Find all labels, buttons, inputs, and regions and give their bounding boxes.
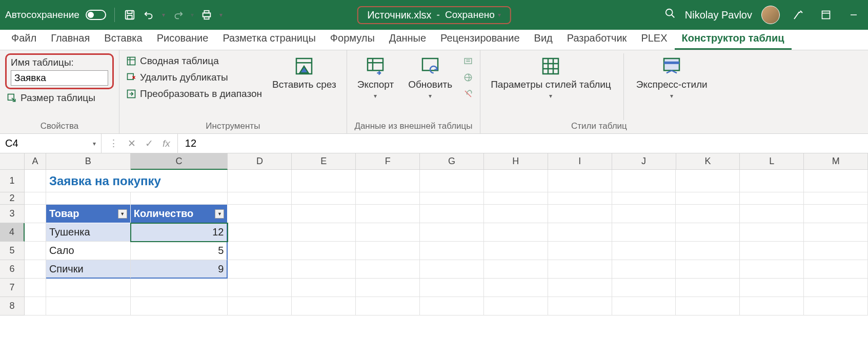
- cell-A4[interactable]: [25, 223, 46, 242]
- formula-input[interactable]: 12: [178, 137, 868, 149]
- cell-C6[interactable]: 9: [131, 260, 228, 279]
- cell-J6[interactable]: [612, 260, 676, 279]
- cell-D7[interactable]: [228, 279, 292, 297]
- cell-A8[interactable]: [25, 297, 46, 315]
- fb-dropdown-icon[interactable]: ⋮: [109, 137, 118, 149]
- row-header-7[interactable]: 7: [0, 279, 25, 297]
- cell-J3[interactable]: [612, 205, 676, 223]
- username[interactable]: Nikolay Pavlov: [685, 9, 752, 21]
- cell-K7[interactable]: [676, 279, 740, 297]
- cell-J4[interactable]: [612, 223, 676, 242]
- enter-icon[interactable]: ✓: [145, 137, 153, 149]
- row-header-6[interactable]: 6: [0, 260, 25, 279]
- cell-B7[interactable]: [46, 279, 131, 297]
- cell-A5[interactable]: [25, 242, 46, 260]
- cell-C4[interactable]: 12: [131, 223, 228, 242]
- row-header-1[interactable]: 1: [0, 170, 25, 192]
- style-options-button[interactable]: Параметры стилей таблиц ▾: [486, 53, 616, 102]
- row-header-3[interactable]: 3: [0, 205, 25, 223]
- redo-dropdown[interactable]: ▾: [191, 11, 194, 18]
- cell-D3[interactable]: [228, 205, 292, 223]
- cell-G1[interactable]: [420, 170, 484, 192]
- cell-K8[interactable]: [676, 297, 740, 315]
- cell-C7[interactable]: [131, 279, 228, 297]
- cell-B5[interactable]: Сало: [46, 242, 131, 260]
- cell-G2[interactable]: [420, 192, 484, 205]
- cell-H1[interactable]: [484, 170, 548, 192]
- cell-F2[interactable]: [356, 192, 420, 205]
- cell-M2[interactable]: [804, 192, 868, 205]
- col-header-F[interactable]: F: [356, 153, 420, 170]
- row-header-8[interactable]: 8: [0, 297, 25, 315]
- cell-G7[interactable]: [420, 279, 484, 297]
- ribbon-display-icon[interactable]: [817, 6, 835, 24]
- cell-J1[interactable]: [612, 170, 676, 192]
- filter-icon[interactable]: ▼: [215, 209, 224, 219]
- cell-M4[interactable]: [804, 223, 868, 242]
- col-header-B[interactable]: B: [46, 153, 131, 170]
- cell-K5[interactable]: [676, 242, 740, 260]
- tab-review[interactable]: Рецензирование: [433, 28, 527, 50]
- tab-draw[interactable]: Рисование: [150, 28, 216, 50]
- cell-J2[interactable]: [612, 192, 676, 205]
- col-header-M[interactable]: M: [804, 153, 868, 170]
- export-button[interactable]: Экспорт ▾: [352, 53, 399, 102]
- unlink-button[interactable]: [461, 86, 475, 102]
- col-header-G[interactable]: G: [420, 153, 484, 170]
- cell-I4[interactable]: [548, 223, 612, 242]
- cell-C8[interactable]: [131, 297, 228, 315]
- col-header-H[interactable]: H: [484, 153, 548, 170]
- cell-D4[interactable]: [228, 223, 292, 242]
- cell-K6[interactable]: [676, 260, 740, 279]
- search-icon[interactable]: [664, 8, 676, 22]
- cell-E1[interactable]: [292, 170, 356, 192]
- tab-formulas[interactable]: Формулы: [323, 28, 382, 50]
- cell-A3[interactable]: [25, 205, 46, 223]
- cell-F3[interactable]: [356, 205, 420, 223]
- cell-E2[interactable]: [292, 192, 356, 205]
- cell-E5[interactable]: [292, 242, 356, 260]
- cell-M6[interactable]: [804, 260, 868, 279]
- cell-F5[interactable]: [356, 242, 420, 260]
- fx-icon[interactable]: fx: [163, 138, 170, 149]
- cell-L5[interactable]: [740, 242, 804, 260]
- cell-L3[interactable]: [740, 205, 804, 223]
- minimize-icon[interactable]: [844, 6, 863, 24]
- cell-D5[interactable]: [228, 242, 292, 260]
- cell-H3[interactable]: [484, 205, 548, 223]
- tab-home[interactable]: Главная: [44, 28, 97, 50]
- select-all-corner[interactable]: [0, 153, 25, 170]
- resize-table-button[interactable]: Размер таблицы: [5, 90, 114, 106]
- cell-H2[interactable]: [484, 192, 548, 205]
- cell-E4[interactable]: [292, 223, 356, 242]
- tab-view[interactable]: Вид: [527, 28, 560, 50]
- cell-C2[interactable]: [131, 192, 228, 205]
- col-header-K[interactable]: K: [676, 153, 740, 170]
- cell-B2[interactable]: [46, 192, 131, 205]
- cell-G6[interactable]: [420, 260, 484, 279]
- tab-tabledesign[interactable]: Конструктор таблиц: [675, 28, 792, 50]
- saved-status[interactable]: Сохранено ▾: [445, 9, 501, 21]
- cell-K3[interactable]: [676, 205, 740, 223]
- cell-L8[interactable]: [740, 297, 804, 315]
- cell-L1[interactable]: [740, 170, 804, 192]
- cell-I3[interactable]: [548, 205, 612, 223]
- cell-F1[interactable]: [356, 170, 420, 192]
- cell-D1[interactable]: [228, 170, 292, 192]
- cell-I5[interactable]: [548, 242, 612, 260]
- save-icon[interactable]: [123, 8, 136, 22]
- cell-B4[interactable]: Тушенка: [46, 223, 131, 242]
- cell-A2[interactable]: [25, 192, 46, 205]
- cell-A1[interactable]: [25, 170, 46, 192]
- cell-H5[interactable]: [484, 242, 548, 260]
- cell-G4[interactable]: [420, 223, 484, 242]
- qat-customize[interactable]: ▾: [219, 11, 223, 18]
- openbrowser-button[interactable]: [461, 70, 475, 85]
- col-header-L[interactable]: L: [740, 153, 804, 170]
- cell-M3[interactable]: [804, 205, 868, 223]
- convert-range-button[interactable]: Преобразовать в диапазон: [125, 86, 263, 102]
- cell-M8[interactable]: [804, 297, 868, 315]
- row-header-5[interactable]: 5: [0, 242, 25, 260]
- cell-I6[interactable]: [548, 260, 612, 279]
- cell-B1[interactable]: Заявка на покупку: [46, 170, 228, 192]
